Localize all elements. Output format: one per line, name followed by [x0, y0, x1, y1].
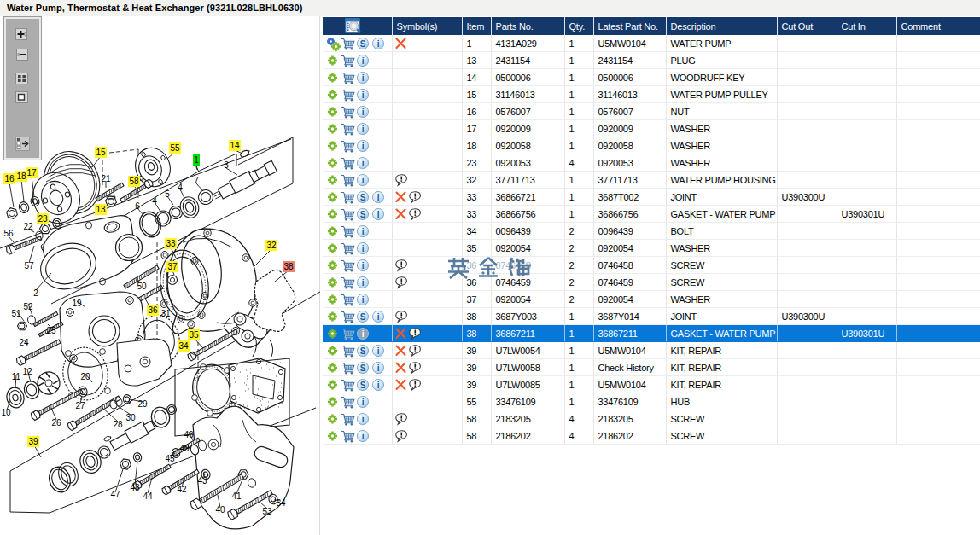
svg-text:S: S: [360, 39, 366, 49]
svg-text:S: S: [360, 363, 366, 373]
svg-text:S: S: [360, 193, 366, 202]
svg-text:S: S: [360, 381, 366, 390]
svg-text:S: S: [360, 312, 366, 322]
svg-text:S: S: [360, 210, 366, 219]
svg-text:S: S: [360, 346, 366, 356]
